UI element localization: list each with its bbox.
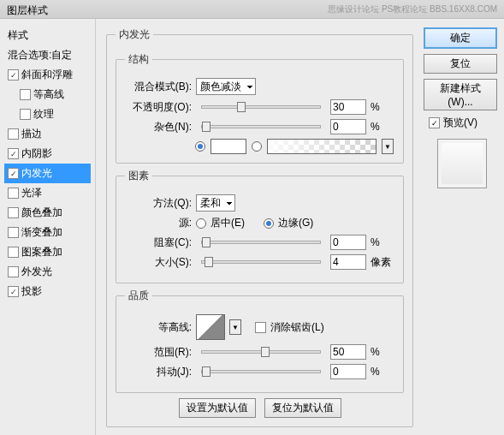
inner-glow-group: 内发光 结构 混合模式(B): 颜色减淡 不透明度(O): % 杂色(N): — [106, 27, 413, 427]
checkbox-icon[interactable]: ✓ — [8, 168, 19, 179]
opacity-slider[interactable] — [201, 105, 321, 109]
sidebar-item-9[interactable]: 图案叠加 — [4, 242, 91, 262]
preview-swatch — [437, 139, 487, 188]
contour-dropdown-icon[interactable]: ▼ — [229, 319, 241, 335]
color-gradient-radio[interactable] — [252, 141, 262, 152]
sidebar-item-8[interactable]: 渐变叠加 — [4, 223, 91, 242]
sidebar-item-label: 描边 — [21, 127, 42, 141]
checkbox-icon[interactable] — [20, 109, 31, 120]
sidebar-item-2[interactable]: 纹理 — [16, 104, 91, 124]
technique-label: 方法(Q): — [125, 196, 192, 211]
sidebar-item-7[interactable]: 颜色叠加 — [4, 203, 91, 223]
new-style-button[interactable]: 新建样式(W)... — [424, 79, 497, 110]
sidebar-item-0[interactable]: ✓斜面和浮雕 — [4, 65, 91, 85]
range-label: 范围(R): — [125, 345, 192, 360]
range-slider[interactable] — [201, 350, 321, 354]
noise-slider[interactable] — [201, 125, 321, 128]
sidebar-item-label: 投影 — [21, 284, 42, 299]
range-input[interactable] — [330, 344, 366, 360]
sidebar-item-label: 光泽 — [21, 186, 42, 200]
gradient-picker[interactable] — [267, 139, 377, 154]
sidebar-item-1[interactable]: 等高线 — [16, 85, 91, 104]
jitter-slider[interactable] — [201, 370, 321, 373]
checkbox-icon[interactable] — [8, 227, 19, 238]
contour-label: 等高线: — [125, 320, 192, 335]
quality-group: 品质 等高线: ▼ 消除锯齿(L) 范围(R): % 抖动(J): — [116, 289, 404, 393]
checkbox-icon[interactable] — [8, 188, 19, 199]
reset-default-button[interactable]: 复位为默认值 — [264, 398, 341, 418]
right-column: 确定 复位 新建样式(W)... ✓ 预览(V) — [424, 19, 504, 435]
sidebar-blend-options[interactable]: 混合选项:自定 — [4, 45, 91, 65]
noise-input[interactable] — [330, 119, 366, 134]
sidebar-item-label: 内阴影 — [21, 146, 52, 161]
sidebar-item-label: 等高线 — [33, 87, 64, 102]
set-default-button[interactable]: 设置为默认值 — [179, 398, 256, 418]
blend-mode-select[interactable]: 颜色减淡 — [196, 78, 256, 95]
sidebar-item-11[interactable]: ✓投影 — [4, 282, 91, 301]
styles-sidebar: 样式 混合选项:自定 ✓斜面和浮雕等高线纹理描边✓内阴影✓内发光光泽颜色叠加渐变… — [0, 19, 96, 435]
opacity-label: 不透明度(O): — [125, 100, 192, 115]
ok-button[interactable]: 确定 — [424, 27, 497, 49]
jitter-input[interactable] — [330, 364, 366, 379]
opacity-input[interactable] — [330, 99, 366, 115]
dialog-body: 样式 混合选项:自定 ✓斜面和浮雕等高线纹理描边✓内阴影✓内发光光泽颜色叠加渐变… — [0, 19, 504, 435]
sidebar-item-label: 内发光 — [21, 166, 52, 181]
checkbox-icon[interactable]: ✓ — [8, 69, 19, 80]
size-label: 大小(S): — [125, 255, 192, 270]
checkbox-icon[interactable] — [8, 266, 19, 277]
checkbox-icon[interactable]: ✓ — [8, 148, 19, 159]
structure-group: 结构 混合模式(B): 颜色减淡 不透明度(O): % 杂色(N): % — [116, 52, 404, 164]
sidebar-header: 样式 — [4, 26, 91, 45]
sidebar-item-label: 渐变叠加 — [21, 225, 62, 240]
sidebar-item-4[interactable]: ✓内阴影 — [4, 144, 91, 164]
checkbox-icon[interactable] — [20, 89, 31, 100]
titlebar: 图层样式 思缘设计论坛 PS教程论坛 BBS.16XX8.COM — [0, 0, 504, 19]
panel-title: 内发光 — [116, 27, 153, 42]
size-slider[interactable] — [201, 260, 321, 264]
sidebar-item-label: 图案叠加 — [21, 245, 62, 259]
dialog-title: 图层样式 — [7, 3, 48, 15]
blend-mode-label: 混合模式(B): — [125, 80, 192, 94]
choke-label: 阻塞(C): — [125, 235, 192, 250]
size-input[interactable] — [330, 254, 366, 270]
checkbox-icon[interactable]: ✓ — [8, 286, 19, 297]
checkbox-icon[interactable] — [8, 247, 19, 258]
sidebar-item-label: 外发光 — [21, 265, 52, 279]
cancel-button[interactable]: 复位 — [424, 54, 497, 74]
elements-group: 图素 方法(Q): 柔和 源: 居中(E) 边缘(G) 阻塞(C): — [116, 169, 404, 283]
sidebar-item-label: 颜色叠加 — [21, 206, 62, 220]
jitter-label: 抖动(J): — [125, 365, 192, 379]
checkbox-icon[interactable] — [8, 128, 19, 140]
sidebar-item-3[interactable]: 描边 — [4, 124, 91, 144]
sidebar-item-5[interactable]: ✓内发光 — [4, 164, 91, 183]
gradient-dropdown-icon[interactable]: ▼ — [382, 139, 394, 154]
sidebar-item-label: 纹理 — [33, 107, 54, 122]
preview-checkbox[interactable]: ✓ — [429, 117, 440, 128]
choke-input[interactable] — [330, 235, 366, 250]
watermark: 思缘设计论坛 PS教程论坛 BBS.16XX8.COM — [328, 3, 497, 15]
source-label: 源: — [125, 216, 192, 230]
checkbox-icon[interactable] — [8, 207, 19, 218]
main-panel: 内发光 结构 混合模式(B): 颜色减淡 不透明度(O): % 杂色(N): — [96, 19, 424, 435]
color-swatch[interactable] — [210, 139, 246, 154]
noise-label: 杂色(N): — [125, 120, 192, 134]
source-edge-radio[interactable] — [264, 218, 274, 229]
antialias-checkbox[interactable] — [255, 322, 266, 333]
sidebar-item-6[interactable]: 光泽 — [4, 183, 91, 203]
contour-picker[interactable] — [196, 314, 225, 340]
technique-select[interactable]: 柔和 — [196, 194, 235, 212]
color-solid-radio[interactable] — [195, 141, 205, 152]
sidebar-item-label: 斜面和浮雕 — [21, 68, 73, 82]
sidebar-item-10[interactable]: 外发光 — [4, 262, 91, 282]
source-center-radio[interactable] — [196, 218, 206, 229]
choke-slider[interactable] — [201, 241, 321, 244]
